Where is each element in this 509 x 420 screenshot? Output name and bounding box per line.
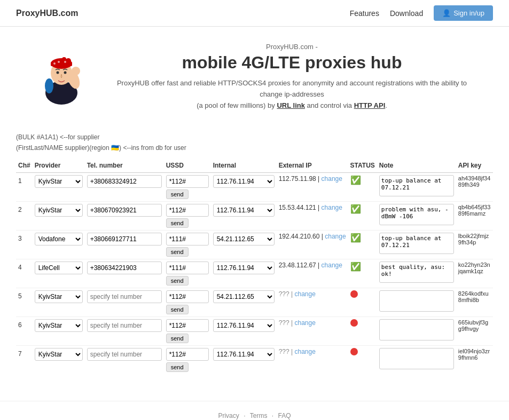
nav-features[interactable]: Features (350, 9, 379, 18)
provider-cell: KyivStarVodafoneLifeCell (33, 201, 85, 230)
internal-select[interactable]: 112.76.11.9454.21.112.65 (213, 233, 275, 245)
tel-cell (85, 316, 164, 345)
provider-cell: KyivStarVodafoneLifeCell (33, 230, 85, 259)
note-textarea[interactable] (379, 175, 454, 196)
tel-input[interactable] (87, 348, 162, 361)
change-ip-link[interactable]: change (319, 204, 342, 211)
note-textarea[interactable] (379, 319, 454, 340)
tel-input[interactable] (87, 319, 162, 332)
nav-download[interactable]: Download (390, 9, 423, 18)
internal-select[interactable]: 112.76.11.9454.21.112.65 (213, 261, 275, 274)
footer-faq[interactable]: FAQ (278, 412, 291, 419)
note-textarea[interactable] (379, 261, 454, 283)
unknown-ip: ??? | (279, 319, 293, 327)
ussd-input[interactable] (166, 261, 209, 274)
apikey-cell: 8264kodfxu8mfhi8b (456, 288, 493, 316)
ussd-input[interactable] (166, 204, 209, 217)
provider-cell: KyivStarVodafoneLifeCell (33, 316, 85, 345)
note-cell (377, 230, 456, 259)
provider-select[interactable]: KyivStarVodafoneLifeCell (35, 319, 83, 332)
change-ip-link[interactable]: change (293, 290, 316, 298)
apikey-value: ah43948jf3489fh349 (458, 175, 491, 188)
tel-input[interactable] (87, 290, 162, 303)
ussd-input[interactable] (166, 348, 209, 361)
internal-cell: 112.76.11.9454.21.112.65 (211, 230, 277, 259)
send-button[interactable]: send (166, 305, 189, 314)
internal-select[interactable]: 112.76.11.9454.21.112.65 (213, 290, 275, 303)
ussd-input[interactable] (166, 290, 209, 303)
hero-text: ProxyHUB.com - mobile 4G/LTE proxies hub… (107, 43, 477, 111)
external-ip-cell: ??? | change (277, 316, 348, 345)
url-link[interactable]: URL link (277, 101, 305, 109)
status-check-icon: ✅ (350, 233, 361, 242)
change-ip-link[interactable]: change (319, 261, 342, 269)
provider-select[interactable]: KyivStarVodafoneLifeCell (35, 233, 83, 245)
table-row: 4KyivStarVodafoneLifeCellsend112.76.11.9… (16, 259, 493, 288)
provider-select[interactable]: KyivStarVodafoneLifeCell (35, 290, 83, 303)
note-textarea[interactable] (379, 204, 454, 225)
ussd-cell: send (164, 201, 211, 230)
change-ip-link[interactable]: change (293, 348, 316, 355)
tel-cell (85, 345, 164, 374)
status-red-icon (350, 290, 358, 298)
http-api-link[interactable]: HTTP API (354, 101, 386, 109)
ussd-input[interactable] (166, 175, 209, 188)
internal-select[interactable]: 112.76.11.9454.21.112.65 (213, 348, 275, 361)
table-row: 3KyivStarVodafoneLifeCellsend112.76.11.9… (16, 230, 493, 259)
tel-input[interactable] (87, 261, 162, 274)
status-cell (348, 345, 377, 374)
note-textarea[interactable] (379, 233, 454, 254)
svg-point-11 (53, 62, 56, 65)
send-button[interactable]: send (166, 276, 189, 286)
row-number: 5 (16, 288, 33, 316)
status-check-icon: ✅ (350, 262, 361, 271)
send-button[interactable]: send (166, 334, 189, 343)
tel-input[interactable] (87, 233, 162, 245)
provider-select[interactable]: KyivStarVodafoneLifeCell (35, 175, 83, 188)
row-number: 3 (16, 230, 33, 259)
apikey-cell: 665iubvjf3gg9fhvgy (456, 316, 493, 345)
apikey-cell: ko22hyn23njqamk1qz (456, 259, 493, 288)
note-textarea[interactable] (379, 290, 454, 312)
send-button[interactable]: send (166, 247, 189, 257)
apikey-cell: lboik22jfmjz9fh34p (456, 230, 493, 259)
ussd-input[interactable] (166, 233, 209, 245)
hero-description: ProxyHUB offer fast and reliable HTTP/SO… (107, 78, 477, 111)
internal-select[interactable]: 112.76.11.9454.21.112.65 (213, 204, 275, 217)
col-status: STATUS (348, 159, 377, 173)
apikey-value: 8264kodfxu8mfhi8b (458, 290, 491, 303)
note-cell (377, 345, 456, 374)
footer-terms[interactable]: Terms (250, 412, 268, 419)
col-ch: Ch# (16, 159, 33, 173)
signin-button[interactable]: 👤 Sign in/up (434, 5, 493, 21)
external-ip-cell: ??? | change (277, 345, 348, 374)
send-button[interactable]: send (166, 218, 189, 228)
tel-input[interactable] (87, 175, 162, 188)
provider-cell: KyivStarVodafoneLifeCell (33, 172, 85, 201)
apikey-cell: ah43948jf3489fh349 (456, 172, 493, 201)
send-button[interactable]: send (166, 189, 189, 199)
status-red-icon (350, 348, 358, 355)
row-number: 4 (16, 259, 33, 288)
footer-privacy[interactable]: Privacy (218, 412, 239, 419)
send-button[interactable]: send (166, 362, 189, 372)
status-check-icon: ✅ (350, 176, 361, 185)
internal-select[interactable]: 112.76.11.9454.21.112.65 (213, 319, 275, 332)
provider-select[interactable]: KyivStarVodafoneLifeCell (35, 348, 83, 361)
change-ip-link[interactable]: change (319, 175, 342, 183)
footer: Privacy · Terms · FAQ ProxyHUB.com © 202… (0, 401, 509, 420)
ussd-cell: send (164, 259, 211, 288)
ussd-input[interactable] (166, 319, 209, 332)
change-ip-link[interactable]: change (323, 233, 346, 240)
row-number: 2 (16, 201, 33, 230)
ussd-cell: send (164, 230, 211, 259)
external-ip-cell: 15.53.44.121 | change (277, 201, 348, 230)
tel-input[interactable] (87, 204, 162, 217)
internal-select[interactable]: 112.76.11.9454.21.112.65 (213, 175, 275, 188)
change-ip-link[interactable]: change (293, 319, 316, 327)
ussd-cell: send (164, 288, 211, 316)
provider-select[interactable]: KyivStarVodafoneLifeCell (35, 204, 83, 217)
provider-select[interactable]: KyivStarVodafoneLifeCell (35, 261, 83, 274)
note-cell (377, 201, 456, 230)
note-textarea[interactable] (379, 348, 454, 369)
